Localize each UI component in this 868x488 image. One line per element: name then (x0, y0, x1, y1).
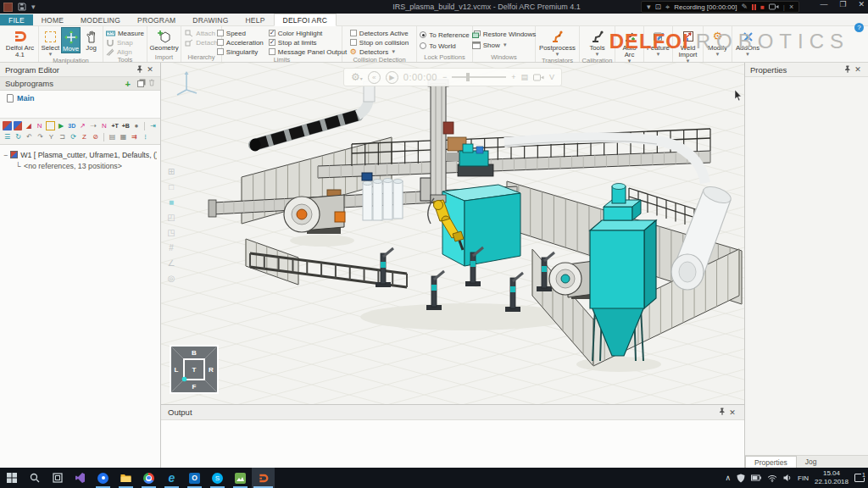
gantry-column[interactable] (428, 80, 466, 202)
pin-icon[interactable] (843, 65, 853, 75)
acceleration-checkbox[interactable]: Acceleration (217, 38, 264, 47)
rec-close-icon[interactable]: × (789, 3, 793, 11)
taskbar-maps-app[interactable] (92, 468, 114, 488)
output-body[interactable] (161, 420, 744, 468)
taskbar-delfoi-arc[interactable] (252, 468, 275, 488)
tab-jog[interactable]: Jog (797, 456, 826, 468)
restore-button[interactable]: ❐ (839, 0, 846, 8)
scene-3d[interactable] (161, 63, 744, 404)
close-panel-icon[interactable]: ✕ (727, 408, 737, 417)
detectors-dropdown[interactable]: ⚙Detectors▼ (350, 47, 409, 56)
snap-button[interactable]: Snap (106, 38, 144, 47)
fence-front-left[interactable] (246, 239, 298, 285)
add-tool-icon[interactable]: +T (110, 121, 120, 130)
jog-button[interactable]: Jog (81, 27, 101, 52)
z-home-icon[interactable]: Z (80, 132, 89, 141)
color-highlight-checkbox[interactable]: Color Highlight (269, 29, 347, 37)
minimize-button[interactable]: — (820, 0, 827, 8)
cube-face-top[interactable]: T (192, 366, 197, 374)
taskbar-skype[interactable]: S (206, 468, 229, 488)
add-subprogram-icon[interactable]: + (125, 79, 131, 89)
delfoi-arc-app-button[interactable]: Delfoi Arc 4.1 (6, 27, 35, 58)
pause-icon[interactable] (752, 4, 756, 10)
taskbar-search-button[interactable] (23, 468, 46, 488)
refresh-icon[interactable]: ⟳ (69, 132, 78, 141)
tree-row-references[interactable]: └ <no references, 13 positions> (3, 160, 157, 171)
io-mapping-icon[interactable]: ⇉ (130, 132, 139, 141)
record-icon[interactable]: ■ (760, 3, 765, 11)
taskbar-clock[interactable]: 15.04 22.10.2018 (815, 469, 849, 485)
ptp-motion-icon[interactable] (3, 121, 12, 130)
cube-face-front[interactable]: F (192, 383, 197, 391)
delete-subprogram-icon[interactable] (148, 79, 155, 88)
curtain-cylinders[interactable] (363, 179, 403, 221)
pump-unit[interactable] (458, 144, 493, 176)
postprocess-button[interactable]: Postprocess▼ (537, 27, 577, 57)
fit-view-icon[interactable]: ⊞ (165, 166, 177, 177)
record-video-icon[interactable] (533, 74, 544, 81)
tab-program[interactable]: PROGRAM (129, 14, 184, 25)
tab-home[interactable]: HOME (33, 14, 72, 25)
sim-speed-slider[interactable] (452, 76, 506, 78)
tab-modeling[interactable]: MODELING (72, 14, 129, 25)
signal-icon[interactable]: V (549, 73, 554, 81)
cube-face-right[interactable]: R (209, 366, 214, 374)
no-entry-icon[interactable]: ⊘ (91, 132, 100, 141)
move-seq-icon[interactable]: ⇢ (89, 121, 98, 130)
fullscreen-icon[interactable]: □ (165, 181, 177, 192)
to-world-radio[interactable]: To World (420, 42, 470, 50)
export-icon[interactable]: ⇥ (148, 121, 158, 130)
add-base-icon[interactable]: +B (121, 121, 131, 130)
render-mode-icon[interactable]: ■ (165, 197, 177, 208)
orange-fixture[interactable] (335, 212, 345, 222)
ramp-icon[interactable]: ◢ (24, 121, 33, 130)
angle-snap-icon[interactable]: ∠ (165, 258, 177, 269)
battery-icon[interactable] (751, 474, 761, 481)
geometry-button[interactable]: Geometry (150, 27, 179, 52)
taskbar-visual-studio[interactable] (69, 468, 92, 488)
lin-motion-icon[interactable] (14, 121, 23, 130)
restore-windows-button[interactable]: Restore Windows (472, 30, 537, 38)
tab-help[interactable]: HELP (237, 14, 274, 25)
speaker-icon[interactable] (783, 474, 792, 482)
print-icon[interactable]: ▦ (119, 132, 128, 141)
collapse-toggle-icon[interactable]: − (3, 151, 8, 159)
report-icon[interactable]: ▤ (520, 73, 528, 81)
rec-target-icon[interactable]: ⌖ (665, 3, 670, 12)
stop-on-collision-checkbox[interactable]: Stop on collision (350, 38, 409, 47)
action-center-icon[interactable]: 1 (854, 474, 865, 482)
quick-access-chevron-icon[interactable]: ▾ (31, 3, 36, 11)
origin-icon[interactable]: ◎ (165, 273, 177, 284)
close-button[interactable]: ✕ (858, 0, 865, 8)
taskbar-file-explorer[interactable] (114, 468, 137, 488)
more-dots-icon[interactable]: ⁝ (141, 132, 150, 141)
move-button[interactable]: Move (61, 27, 81, 53)
measure-button[interactable]: Measure (106, 29, 144, 37)
view-3d-icon[interactable]: 3D (67, 121, 76, 130)
speed-checkbox[interactable]: Speed (217, 29, 264, 37)
save-icon[interactable] (18, 3, 26, 11)
navigation-cube[interactable]: B L T R F (170, 345, 219, 394)
tray-chevron-icon[interactable]: ∧ (725, 474, 731, 482)
keyboard-locale[interactable]: FIN (798, 474, 809, 482)
pin-icon[interactable] (717, 408, 727, 417)
projection-icon[interactable]: ◳ (165, 227, 177, 238)
taskbar-edge[interactable]: e (160, 468, 183, 488)
copy-subprogram-icon[interactable] (137, 80, 144, 87)
tab-properties[interactable]: Properties (745, 456, 797, 468)
jump-icon[interactable]: ↗ (78, 121, 87, 130)
task-view-button[interactable] (46, 468, 69, 488)
align-button[interactable]: Align (106, 47, 144, 56)
speed-plus-icon[interactable]: + (511, 73, 515, 81)
to-reference-radio[interactable]: To Reference (420, 30, 470, 39)
subprogram-item-main[interactable]: Main (0, 91, 160, 106)
sim-reset-icon[interactable]: « (368, 71, 381, 84)
teach-icon[interactable] (46, 121, 55, 130)
frames-icon[interactable]: # (165, 242, 177, 253)
close-panel-icon[interactable]: ✕ (853, 65, 863, 74)
calibration-tools-button[interactable]: Tools▼ (583, 27, 612, 57)
branch-icon[interactable]: Y (47, 132, 56, 141)
start-button[interactable] (0, 468, 23, 488)
view-cube-icon[interactable]: ◰ (165, 212, 177, 223)
tab-file[interactable]: FILE (0, 14, 33, 25)
